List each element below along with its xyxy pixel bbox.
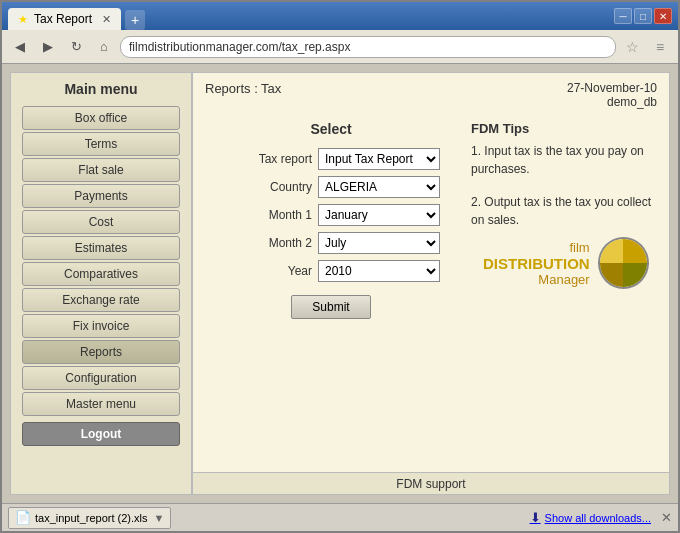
address-bar: ◀ ▶ ↻ ⌂ filmdistributionmanager.com/tax_… bbox=[2, 30, 678, 64]
close-downloads-button[interactable]: ✕ bbox=[661, 510, 672, 525]
year-label: Year bbox=[222, 264, 312, 278]
tax-report-label: Tax report bbox=[222, 152, 312, 166]
logo-film-text: film bbox=[483, 240, 590, 255]
main-panel: Reports : Tax 27-November-10 demo_db Sel… bbox=[192, 72, 670, 495]
month2-row: Month 2 JanuaryFebruaryMarch AprilMayJun… bbox=[222, 232, 440, 254]
show-downloads-link[interactable]: ⬇ Show all downloads... bbox=[530, 510, 651, 525]
month1-row: Month 1 JanuaryFebruaryMarch AprilMayJun… bbox=[222, 204, 440, 226]
db-name: demo_db bbox=[567, 95, 657, 109]
logo-quadrant-4 bbox=[623, 263, 647, 287]
bookmark-button[interactable]: ☆ bbox=[620, 35, 644, 59]
breadcrumb: Reports : Tax bbox=[205, 81, 281, 96]
window-controls: ─ □ ✕ bbox=[614, 8, 672, 24]
logo-manager-text: Manager bbox=[483, 272, 590, 287]
country-label: Country bbox=[222, 180, 312, 194]
tips-title: FDM Tips bbox=[471, 121, 661, 136]
forward-button[interactable]: ▶ bbox=[36, 35, 60, 59]
month1-label: Month 1 bbox=[222, 208, 312, 222]
page-body: Select Tax report Input Tax Report Outpu… bbox=[193, 113, 669, 472]
new-tab-button[interactable]: + bbox=[125, 10, 145, 30]
tips-text-1: 1. Input tax is the tax you pay on purch… bbox=[471, 142, 661, 178]
date-info: 27-November-10 demo_db bbox=[567, 81, 657, 109]
url-input[interactable]: filmdistributionmanager.com/tax_rep.aspx bbox=[120, 36, 616, 58]
tab-list: ★ Tax Report ✕ + bbox=[8, 2, 145, 30]
month2-select[interactable]: JanuaryFebruaryMarch AprilMayJune JulyAu… bbox=[318, 232, 440, 254]
logo-circle bbox=[598, 237, 649, 289]
sidebar-item-configuration[interactable]: Configuration bbox=[22, 366, 180, 390]
tax-report-select[interactable]: Input Tax Report Output Tax Report bbox=[318, 148, 440, 170]
logo-distribution-text: DISTRIBUTION bbox=[483, 255, 590, 272]
sidebar-item-exchange-rate[interactable]: Exchange rate bbox=[22, 288, 180, 312]
download-item: 📄 tax_input_report (2).xls ▼ bbox=[8, 507, 171, 529]
sidebar-item-cost[interactable]: Cost bbox=[22, 210, 180, 234]
content-area: Main menu Box office Terms Flat sale Pay… bbox=[2, 64, 678, 503]
tools-button[interactable]: ≡ bbox=[648, 35, 672, 59]
sidebar-title: Main menu bbox=[64, 81, 137, 97]
title-bar: ★ Tax Report ✕ + ─ □ ✕ bbox=[2, 2, 678, 30]
year-row: Year 200820092010 20112012 bbox=[222, 260, 440, 282]
fdm-logo: film DISTRIBUTION Manager bbox=[471, 229, 661, 297]
tab-close-button[interactable]: ✕ bbox=[102, 13, 111, 26]
tab-title: Tax Report bbox=[34, 12, 92, 26]
country-row: Country ALGERIA FRANCE USA UK bbox=[222, 176, 440, 198]
sidebar-item-terms[interactable]: Terms bbox=[22, 132, 180, 156]
download-file-icon: 📄 bbox=[15, 510, 31, 525]
tips-section: FDM Tips 1. Input tax is the tax you pay… bbox=[461, 121, 661, 464]
tab-star-icon: ★ bbox=[18, 13, 28, 26]
logo-quadrant-2 bbox=[623, 239, 647, 263]
country-select[interactable]: ALGERIA FRANCE USA UK bbox=[318, 176, 440, 198]
tips-text-2: 2. Output tax is the tax you collect on … bbox=[471, 193, 661, 229]
download-dropdown-arrow[interactable]: ▼ bbox=[154, 512, 165, 524]
page-footer: FDM support bbox=[193, 472, 669, 494]
sidebar: Main menu Box office Terms Flat sale Pay… bbox=[10, 72, 192, 495]
reload-button[interactable]: ↻ bbox=[64, 35, 88, 59]
active-tab[interactable]: ★ Tax Report ✕ bbox=[8, 8, 121, 30]
date-display: 27-November-10 bbox=[567, 81, 657, 95]
close-button[interactable]: ✕ bbox=[654, 8, 672, 24]
logo-text: film DISTRIBUTION Manager bbox=[483, 240, 590, 287]
logo-quadrant-1 bbox=[600, 239, 624, 263]
sidebar-item-comparatives[interactable]: Comparatives bbox=[22, 262, 180, 286]
sidebar-item-logout[interactable]: Logout bbox=[22, 422, 180, 446]
bottom-bar: 📄 tax_input_report (2).xls ▼ ⬇ Show all … bbox=[2, 503, 678, 531]
sidebar-item-master-menu[interactable]: Master menu bbox=[22, 392, 180, 416]
home-button[interactable]: ⌂ bbox=[92, 35, 116, 59]
sidebar-item-reports[interactable]: Reports bbox=[22, 340, 180, 364]
form-section: Select Tax report Input Tax Report Outpu… bbox=[201, 121, 461, 464]
page-header: Reports : Tax 27-November-10 demo_db bbox=[193, 73, 669, 113]
submit-button[interactable]: Submit bbox=[291, 295, 371, 319]
month2-label: Month 2 bbox=[222, 236, 312, 250]
month1-select[interactable]: JanuaryFebruaryMarch AprilMayJune JulyAu… bbox=[318, 204, 440, 226]
show-downloads-icon: ⬇ bbox=[530, 510, 541, 525]
minimize-button[interactable]: ─ bbox=[614, 8, 632, 24]
download-filename: tax_input_report (2).xls bbox=[35, 512, 148, 524]
back-button[interactable]: ◀ bbox=[8, 35, 32, 59]
sidebar-item-box-office[interactable]: Box office bbox=[22, 106, 180, 130]
form-title: Select bbox=[310, 121, 351, 137]
window-frame: ★ Tax Report ✕ + ─ □ ✕ ◀ ▶ ↻ ⌂ filmdistr… bbox=[0, 0, 680, 533]
maximize-button[interactable]: □ bbox=[634, 8, 652, 24]
sidebar-item-estimates[interactable]: Estimates bbox=[22, 236, 180, 260]
tax-report-row: Tax report Input Tax Report Output Tax R… bbox=[222, 148, 440, 170]
sidebar-item-flat-sale[interactable]: Flat sale bbox=[22, 158, 180, 182]
logo-quadrant-3 bbox=[600, 263, 624, 287]
year-select[interactable]: 200820092010 20112012 bbox=[318, 260, 440, 282]
sidebar-item-fix-invoice[interactable]: Fix invoice bbox=[22, 314, 180, 338]
show-downloads-label: Show all downloads... bbox=[545, 512, 651, 524]
sidebar-item-payments[interactable]: Payments bbox=[22, 184, 180, 208]
